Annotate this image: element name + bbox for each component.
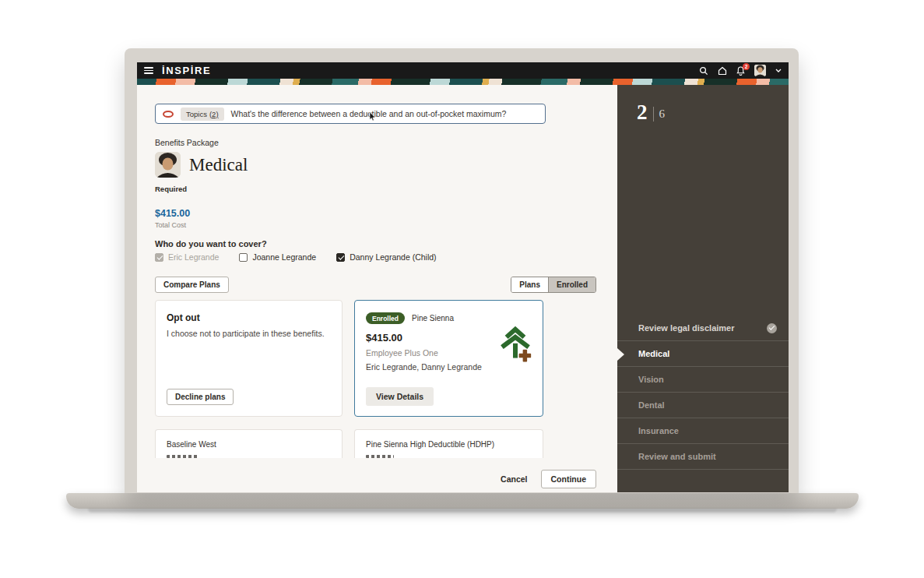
chevron-down-icon[interactable] [775,69,782,72]
cancel-button[interactable]: Cancel [501,474,527,484]
decline-plans-button[interactable]: Decline plans [167,389,234,405]
step-label: Review legal disclaimer [638,323,735,333]
sidebar-item-dental[interactable]: Dental [617,393,789,418]
decorative-pattern-strip [137,79,789,85]
total-cost-label: Total Cost [155,221,186,229]
pine-tree-icon [498,324,532,366]
total-cost-value: $415.00 [155,208,190,219]
main-content: Topics (2) What's the difference between… [137,85,617,492]
compare-plans-button[interactable]: Compare Plans [155,277,229,293]
sidebar-item-review-and-submit[interactable]: Review and submit [617,444,789,470]
checkbox-icon [239,253,248,262]
topics-label: Topics [186,110,207,118]
plan-name: Pine Sienna High Deductible (HDHP) [366,440,532,449]
bell-icon[interactable]: 2 [736,66,745,76]
checkbox-label: Danny Legrande (Child) [350,252,436,262]
step-label: Insurance [638,426,679,435]
checkbox-eric-legrande[interactable]: Eric Legrande [155,252,219,262]
opt-out-card: Opt out I choose not to participate in t… [155,300,343,417]
clipped-price [366,455,394,458]
total-step-number: 6 [659,107,666,121]
checkbox-icon [336,253,345,262]
employee-avatar [155,152,181,178]
checkbox-joanne-legrande[interactable]: Joanne Legrande [239,252,316,262]
benefits-package-label: Benefits Package [155,138,219,147]
checkbox-label: Eric Legrande [168,252,219,262]
opt-out-description: I choose not to participate in these ben… [167,329,331,338]
notification-badge: 2 [743,63,750,70]
toggle-enrolled[interactable]: Enrolled [548,277,596,292]
checkbox-danny-legrande[interactable]: Danny Legrande (Child) [336,252,436,262]
checkbox-icon [155,253,163,262]
topics-filter-chip[interactable]: Topics (2) [181,107,224,121]
required-label: Required [155,185,187,193]
assistant-search-input[interactable]: Topics (2) What's the difference between… [155,104,546,124]
sidebar-item-medical[interactable]: Medical [617,341,789,367]
checkbox-label: Joanne Legrande [252,252,316,262]
enrolled-plan-card: Enrolled Pine Sienna $415.00 Employee Pl… [354,300,543,417]
step-label: Dental [638,400,665,410]
steps-list: Review legal disclaimer Medical Vision D… [617,315,789,470]
continue-button[interactable]: Continue [541,470,597,488]
check-circle-icon [767,323,777,333]
plan-name: Pine Sienna [412,314,454,322]
steps-sidebar: 2 6 Review legal disclaimer Medical Visi… [617,85,789,492]
topics-count: (2) [209,110,219,118]
app-logo: İNSPİRE [162,65,211,76]
top-navigation-bar: İNSPİRE 2 [137,62,789,79]
laptop-base [66,493,859,509]
plan-card-pine-sienna-hdhp: Pine Sienna High Deductible (HDHP) [354,429,543,458]
sidebar-item-vision[interactable]: Vision [617,367,789,393]
menu-icon[interactable] [144,67,153,74]
step-counter-divider [653,107,654,122]
app-window: İNSPİRE 2 [137,62,789,492]
toggle-plans[interactable]: Plans [511,277,548,292]
sidebar-item-review-legal-disclaimer[interactable]: Review legal disclaimer [617,315,789,341]
enrolled-badge: Enrolled [366,312,405,324]
home-icon[interactable] [718,66,727,76]
plan-name: Baseline West [167,440,331,449]
coverage-checkbox-group: Eric Legrande Joanne Legrande Danny Legr… [155,252,437,262]
step-label: Medical [638,349,669,358]
step-counter: 2 6 [637,102,665,123]
oracle-logo-icon [163,111,174,118]
plan-card-baseline-west: Baseline West [155,429,343,458]
coverage-question: Who do you want to cover? [155,239,267,248]
search-icon[interactable] [699,66,708,76]
step-label: Vision [638,375,664,384]
page-title: Medical [189,155,248,175]
view-details-button[interactable]: View Details [366,387,434,406]
current-step-number: 2 [637,102,648,123]
mouse-cursor [369,111,376,125]
plans-enrolled-toggle: Plans Enrolled [511,277,596,293]
active-step-arrow [617,348,624,361]
step-label: Review and submit [638,452,716,461]
clipped-price [167,455,198,458]
sidebar-item-insurance[interactable]: Insurance [617,418,789,444]
user-avatar[interactable] [754,65,766,76]
opt-out-title: Opt out [167,312,331,323]
